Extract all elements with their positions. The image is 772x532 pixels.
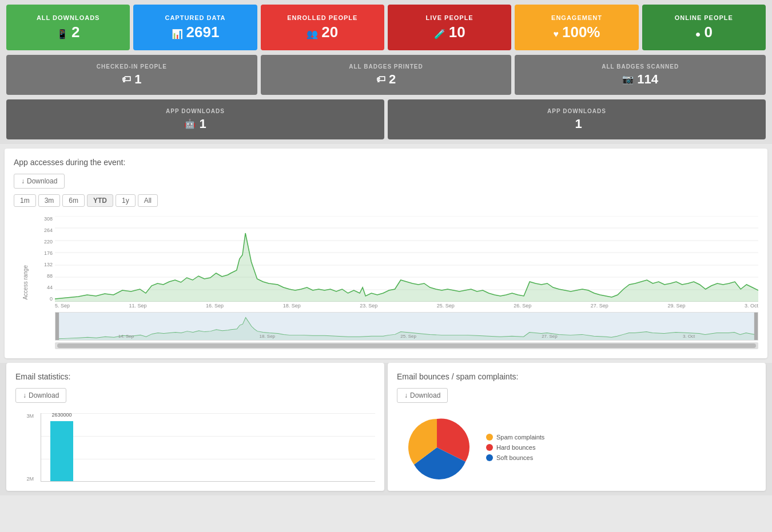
x-label-8: 29. Sep — [667, 303, 685, 309]
app-downloads-row: APP DOWNLOADS 🤖 1 APP DOWNLOADS 1 — [0, 99, 772, 144]
x-labels: 5. Sep 11. Sep 16. Sep 18. Sep 23. Sep 2… — [55, 303, 758, 309]
legend-spam: Spam complaints — [486, 434, 544, 441]
filter-all[interactable]: All — [138, 194, 158, 207]
android-downloads-label: APP DOWNLOADS — [166, 108, 225, 114]
y-tick-88: 88 — [47, 273, 53, 279]
chart-inner: 308 264 220 176 132 88 44 0 — [37, 216, 758, 302]
soft-label: Soft bounces — [496, 454, 533, 461]
filter-1m[interactable]: 1m — [14, 194, 36, 207]
chart-icon — [172, 23, 183, 41]
time-filter-group: 1m 3m 6m YTD 1y All — [14, 194, 758, 207]
email-stats-title: Email statistics: — [15, 372, 375, 381]
android-downloads-value: 🤖 1 — [184, 117, 206, 131]
sec-card-badges-scanned: ALL BADGES SCANNED 📷 114 — [515, 55, 766, 95]
gridline-low — [41, 459, 375, 459]
stat-label-enrolled-people: ENROLLED PEOPLE — [287, 14, 357, 21]
main-chart-download-button[interactable]: Download — [14, 174, 65, 189]
heart-icon — [553, 23, 559, 41]
chart-plot-area: 308 264 220 176 132 88 44 0 — [37, 216, 758, 349]
email-stats-download-button[interactable]: Download — [15, 388, 66, 403]
soft-dot — [486, 454, 493, 461]
main-chart-section: App accesses during the event: Download … — [5, 149, 767, 358]
scrollbar-thumb[interactable] — [57, 343, 756, 348]
people-icon — [307, 23, 318, 41]
badge-scan-icon: 📷 — [622, 74, 634, 85]
stat-card-captured-data: CAPTURED DATA 2691 — [133, 5, 257, 50]
main-chart-title: App accesses during the event: — [14, 158, 758, 167]
bar-y-2m: 2M — [26, 476, 34, 482]
y-tick-0: 0 — [50, 296, 53, 302]
stat-label-online-people: ONLINE PEOPLE — [675, 14, 733, 21]
bottom-charts-row: Email statistics: Download 3M 2M 2630000 — [0, 363, 772, 495]
chart-content: Access range 308 264 220 176 132 88 44 0 — [14, 216, 758, 349]
svg-wrapper — [55, 216, 758, 302]
legend-soft: Soft bounces — [486, 454, 544, 461]
x-label-6: 26. Sep — [514, 303, 531, 309]
hard-label: Hard bounces — [496, 444, 536, 451]
stat-card-online-people: ONLINE PEOPLE 0 — [642, 5, 766, 50]
stat-label-engagement: ENGAGEMENT — [551, 14, 602, 21]
stat-card-enrolled-people: ENROLLED PEOPLE 20 — [261, 5, 384, 50]
bar-main: 2630000 — [50, 421, 73, 481]
secondary-stats-row: CHECKED-IN PEOPLE 🏷 1 ALL BADGES PRINTED… — [0, 55, 772, 99]
flask-icon — [434, 23, 445, 41]
stat-value-online-people: 0 — [695, 23, 713, 41]
y-tick-220: 220 — [44, 239, 53, 245]
x-label-2: 16. Sep — [206, 303, 224, 309]
ios-downloads-label: APP DOWNLOADS — [547, 108, 606, 114]
pie-chart-area: Spam complaints Hard bounces Soft bounce… — [397, 413, 757, 482]
x-label-1: 11. Sep — [129, 303, 147, 309]
stat-card-engagement: ENGAGEMENT 100% — [515, 5, 638, 50]
filter-1y[interactable]: 1y — [116, 194, 136, 207]
phone-icon — [57, 23, 68, 41]
stat-value-live-people: 10 — [434, 23, 465, 41]
sec-value-badges-printed: 🏷 2 — [376, 72, 396, 87]
circle-icon — [695, 23, 701, 41]
y-tick-44: 44 — [47, 285, 53, 290]
filter-6m[interactable]: 6m — [62, 194, 85, 207]
bar-chart-inner: 2630000 — [41, 413, 375, 482]
filter-ytd[interactable]: YTD — [87, 194, 113, 207]
stat-card-all-downloads: ALL DOWNLOADS 2 — [6, 5, 130, 50]
android-downloads-card: APP DOWNLOADS 🤖 1 — [6, 99, 384, 139]
download-icon — [21, 177, 25, 185]
stat-label-captured-data: CAPTURED DATA — [165, 14, 225, 21]
y-ticks: 308 264 220 176 132 88 44 0 — [37, 216, 55, 302]
svg-marker-8 — [55, 233, 758, 302]
sec-card-checked-in: CHECKED-IN PEOPLE 🏷 1 — [6, 55, 257, 95]
email-download-icon — [23, 391, 26, 399]
stat-label-live-people: LIVE PEOPLE — [426, 14, 473, 21]
bar-value-label: 2630000 — [51, 412, 71, 418]
sec-label-badges-printed: ALL BADGES PRINTED — [349, 63, 423, 70]
badge-print-icon: 🏷 — [376, 74, 385, 85]
stat-value-captured-data: 2691 — [172, 23, 220, 41]
minimap[interactable]: 14. Sep 18. Sep 25. Sep 27. Sep 3. Oct — [55, 312, 758, 341]
x-label-7: 27. Sep — [591, 303, 608, 309]
legend-hard: Hard bounces — [486, 444, 544, 451]
email-bounces-title: Email bounces / spam complaints: — [397, 372, 757, 381]
pie-chart — [397, 413, 477, 482]
email-bounces-card: Email bounces / spam complaints: Downloa… — [388, 363, 766, 491]
sec-value-checked-in: 🏷 1 — [122, 72, 141, 87]
sec-value-badges-scanned: 📷 114 — [622, 72, 658, 87]
spam-dot — [486, 434, 493, 441]
y-axis-label: Access range — [22, 265, 29, 300]
y-tick-176: 176 — [44, 250, 53, 256]
stat-value-all-downloads: 2 — [57, 23, 79, 41]
x-label-0: 5. Sep — [55, 303, 70, 309]
x-label-9: 3. Oct — [745, 303, 758, 309]
chart-scrollbar[interactable] — [55, 342, 758, 349]
checkin-icon: 🏷 — [122, 74, 131, 85]
email-stats-card: Email statistics: Download 3M 2M 2630000 — [6, 363, 384, 491]
filter-3m[interactable]: 3m — [38, 194, 61, 207]
gridline-mid — [41, 436, 375, 437]
stat-value-engagement: 100% — [553, 23, 600, 41]
pie-legend: Spam complaints Hard bounces Soft bounce… — [486, 434, 544, 461]
x-label-5: 25. Sep — [437, 303, 455, 309]
stat-card-live-people: LIVE PEOPLE 10 — [388, 5, 511, 50]
email-bounces-download-button[interactable]: Download — [397, 388, 448, 403]
bounces-download-icon — [404, 391, 408, 399]
x-label-3: 18. Sep — [283, 303, 301, 309]
stat-label-all-downloads: ALL DOWNLOADS — [37, 14, 100, 21]
bar-y-3m: 3M — [26, 413, 34, 419]
